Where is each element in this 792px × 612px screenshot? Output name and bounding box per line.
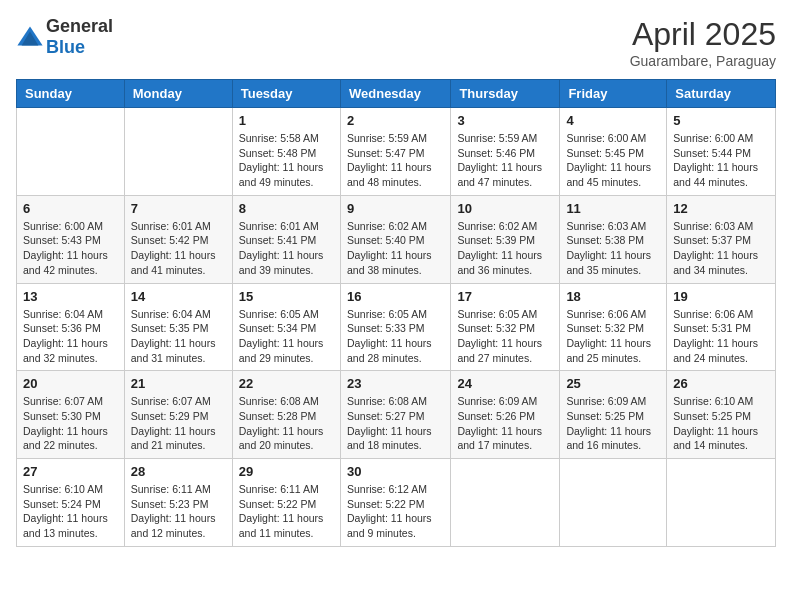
day-number: 27 — [23, 464, 118, 479]
day-number: 29 — [239, 464, 334, 479]
logo: General Blue — [16, 16, 113, 58]
day-info: Sunrise: 6:12 AM Sunset: 5:22 PM Dayligh… — [347, 482, 444, 541]
weekday-header-row: SundayMondayTuesdayWednesdayThursdayFrid… — [17, 80, 776, 108]
day-info: Sunrise: 5:59 AM Sunset: 5:47 PM Dayligh… — [347, 131, 444, 190]
day-info: Sunrise: 6:00 AM Sunset: 5:45 PM Dayligh… — [566, 131, 660, 190]
weekday-header: Wednesday — [340, 80, 450, 108]
day-info: Sunrise: 6:02 AM Sunset: 5:39 PM Dayligh… — [457, 219, 553, 278]
day-info: Sunrise: 6:03 AM Sunset: 5:37 PM Dayligh… — [673, 219, 769, 278]
day-number: 9 — [347, 201, 444, 216]
calendar-cell: 2Sunrise: 5:59 AM Sunset: 5:47 PM Daylig… — [340, 108, 450, 196]
day-info: Sunrise: 6:01 AM Sunset: 5:42 PM Dayligh… — [131, 219, 226, 278]
weekday-header: Saturday — [667, 80, 776, 108]
day-info: Sunrise: 6:08 AM Sunset: 5:27 PM Dayligh… — [347, 394, 444, 453]
day-number: 12 — [673, 201, 769, 216]
calendar-cell: 7Sunrise: 6:01 AM Sunset: 5:42 PM Daylig… — [124, 195, 232, 283]
calendar-week-row: 13Sunrise: 6:04 AM Sunset: 5:36 PM Dayli… — [17, 283, 776, 371]
logo-blue-text: Blue — [46, 37, 85, 57]
calendar-cell — [17, 108, 125, 196]
calendar-cell: 16Sunrise: 6:05 AM Sunset: 5:33 PM Dayli… — [340, 283, 450, 371]
day-number: 26 — [673, 376, 769, 391]
calendar-cell: 4Sunrise: 6:00 AM Sunset: 5:45 PM Daylig… — [560, 108, 667, 196]
day-number: 19 — [673, 289, 769, 304]
calendar-cell: 22Sunrise: 6:08 AM Sunset: 5:28 PM Dayli… — [232, 371, 340, 459]
calendar-cell: 29Sunrise: 6:11 AM Sunset: 5:22 PM Dayli… — [232, 459, 340, 547]
weekday-header: Monday — [124, 80, 232, 108]
calendar-cell: 12Sunrise: 6:03 AM Sunset: 5:37 PM Dayli… — [667, 195, 776, 283]
calendar-cell: 17Sunrise: 6:05 AM Sunset: 5:32 PM Dayli… — [451, 283, 560, 371]
calendar-cell: 30Sunrise: 6:12 AM Sunset: 5:22 PM Dayli… — [340, 459, 450, 547]
day-number: 24 — [457, 376, 553, 391]
day-number: 1 — [239, 113, 334, 128]
day-info: Sunrise: 6:09 AM Sunset: 5:25 PM Dayligh… — [566, 394, 660, 453]
calendar-cell: 24Sunrise: 6:09 AM Sunset: 5:26 PM Dayli… — [451, 371, 560, 459]
day-number: 21 — [131, 376, 226, 391]
day-info: Sunrise: 5:58 AM Sunset: 5:48 PM Dayligh… — [239, 131, 334, 190]
title-area: April 2025 Guarambare, Paraguay — [630, 16, 776, 69]
day-number: 25 — [566, 376, 660, 391]
calendar-cell: 13Sunrise: 6:04 AM Sunset: 5:36 PM Dayli… — [17, 283, 125, 371]
logo-icon — [16, 23, 44, 51]
calendar-cell: 10Sunrise: 6:02 AM Sunset: 5:39 PM Dayli… — [451, 195, 560, 283]
day-number: 16 — [347, 289, 444, 304]
day-number: 6 — [23, 201, 118, 216]
day-number: 5 — [673, 113, 769, 128]
day-info: Sunrise: 6:05 AM Sunset: 5:34 PM Dayligh… — [239, 307, 334, 366]
day-info: Sunrise: 6:06 AM Sunset: 5:32 PM Dayligh… — [566, 307, 660, 366]
day-info: Sunrise: 6:09 AM Sunset: 5:26 PM Dayligh… — [457, 394, 553, 453]
location-subtitle: Guarambare, Paraguay — [630, 53, 776, 69]
calendar-cell: 21Sunrise: 6:07 AM Sunset: 5:29 PM Dayli… — [124, 371, 232, 459]
day-number: 11 — [566, 201, 660, 216]
day-number: 28 — [131, 464, 226, 479]
day-info: Sunrise: 6:00 AM Sunset: 5:44 PM Dayligh… — [673, 131, 769, 190]
calendar-cell — [560, 459, 667, 547]
day-info: Sunrise: 6:02 AM Sunset: 5:40 PM Dayligh… — [347, 219, 444, 278]
calendar-cell — [667, 459, 776, 547]
calendar-cell: 11Sunrise: 6:03 AM Sunset: 5:38 PM Dayli… — [560, 195, 667, 283]
calendar-cell: 28Sunrise: 6:11 AM Sunset: 5:23 PM Dayli… — [124, 459, 232, 547]
day-number: 17 — [457, 289, 553, 304]
calendar-cell: 14Sunrise: 6:04 AM Sunset: 5:35 PM Dayli… — [124, 283, 232, 371]
day-number: 2 — [347, 113, 444, 128]
day-number: 3 — [457, 113, 553, 128]
day-info: Sunrise: 6:03 AM Sunset: 5:38 PM Dayligh… — [566, 219, 660, 278]
calendar-week-row: 20Sunrise: 6:07 AM Sunset: 5:30 PM Dayli… — [17, 371, 776, 459]
calendar-cell: 20Sunrise: 6:07 AM Sunset: 5:30 PM Dayli… — [17, 371, 125, 459]
calendar-cell: 26Sunrise: 6:10 AM Sunset: 5:25 PM Dayli… — [667, 371, 776, 459]
calendar-cell: 25Sunrise: 6:09 AM Sunset: 5:25 PM Dayli… — [560, 371, 667, 459]
day-info: Sunrise: 6:00 AM Sunset: 5:43 PM Dayligh… — [23, 219, 118, 278]
day-info: Sunrise: 6:08 AM Sunset: 5:28 PM Dayligh… — [239, 394, 334, 453]
page-header: General Blue April 2025 Guarambare, Para… — [16, 16, 776, 69]
day-info: Sunrise: 5:59 AM Sunset: 5:46 PM Dayligh… — [457, 131, 553, 190]
day-info: Sunrise: 6:07 AM Sunset: 5:30 PM Dayligh… — [23, 394, 118, 453]
calendar-cell: 19Sunrise: 6:06 AM Sunset: 5:31 PM Dayli… — [667, 283, 776, 371]
calendar-cell: 27Sunrise: 6:10 AM Sunset: 5:24 PM Dayli… — [17, 459, 125, 547]
calendar-cell — [451, 459, 560, 547]
logo-general-text: General — [46, 16, 113, 36]
calendar-cell: 5Sunrise: 6:00 AM Sunset: 5:44 PM Daylig… — [667, 108, 776, 196]
day-number: 10 — [457, 201, 553, 216]
day-number: 14 — [131, 289, 226, 304]
day-number: 7 — [131, 201, 226, 216]
calendar-week-row: 27Sunrise: 6:10 AM Sunset: 5:24 PM Dayli… — [17, 459, 776, 547]
calendar-cell: 6Sunrise: 6:00 AM Sunset: 5:43 PM Daylig… — [17, 195, 125, 283]
weekday-header: Thursday — [451, 80, 560, 108]
day-info: Sunrise: 6:07 AM Sunset: 5:29 PM Dayligh… — [131, 394, 226, 453]
day-info: Sunrise: 6:11 AM Sunset: 5:23 PM Dayligh… — [131, 482, 226, 541]
weekday-header: Sunday — [17, 80, 125, 108]
calendar-cell: 1Sunrise: 5:58 AM Sunset: 5:48 PM Daylig… — [232, 108, 340, 196]
day-number: 23 — [347, 376, 444, 391]
day-info: Sunrise: 6:04 AM Sunset: 5:35 PM Dayligh… — [131, 307, 226, 366]
day-info: Sunrise: 6:05 AM Sunset: 5:32 PM Dayligh… — [457, 307, 553, 366]
calendar-week-row: 1Sunrise: 5:58 AM Sunset: 5:48 PM Daylig… — [17, 108, 776, 196]
calendar-cell: 8Sunrise: 6:01 AM Sunset: 5:41 PM Daylig… — [232, 195, 340, 283]
day-number: 8 — [239, 201, 334, 216]
calendar-table: SundayMondayTuesdayWednesdayThursdayFrid… — [16, 79, 776, 547]
month-title: April 2025 — [630, 16, 776, 53]
day-info: Sunrise: 6:01 AM Sunset: 5:41 PM Dayligh… — [239, 219, 334, 278]
weekday-header: Friday — [560, 80, 667, 108]
day-info: Sunrise: 6:04 AM Sunset: 5:36 PM Dayligh… — [23, 307, 118, 366]
weekday-header: Tuesday — [232, 80, 340, 108]
calendar-week-row: 6Sunrise: 6:00 AM Sunset: 5:43 PM Daylig… — [17, 195, 776, 283]
day-info: Sunrise: 6:11 AM Sunset: 5:22 PM Dayligh… — [239, 482, 334, 541]
